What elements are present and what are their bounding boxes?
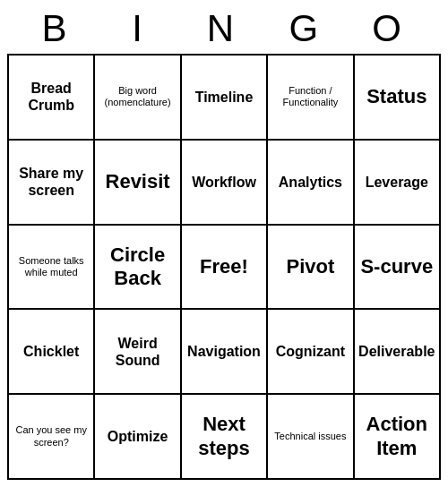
cell-r2-c1: Circle Back: [95, 226, 181, 311]
bingo-grid: Bread CrumbBig word (nomenclature)Timeli…: [7, 54, 441, 480]
cell-r4-c3: Technical issues: [268, 395, 354, 480]
cell-r0-c1: Big word (nomenclature): [95, 56, 181, 141]
cell-r0-c4: Status: [355, 56, 441, 141]
title-letter: N: [183, 7, 266, 50]
cell-r2-c2: Free!: [182, 226, 268, 311]
cell-r1-c1: Revisit: [95, 141, 181, 226]
cell-r1-c2: Workflow: [182, 141, 268, 226]
cell-r3-c2: Navigation: [182, 310, 268, 395]
cell-r2-c0: Someone talks while muted: [9, 226, 95, 311]
cell-r0-c2: Timeline: [182, 56, 268, 141]
title-letter: O: [349, 7, 432, 50]
cell-r0-c0: Bread Crumb: [9, 56, 95, 141]
cell-r4-c0: Can you see my screen?: [9, 395, 95, 480]
title-letter: G: [265, 7, 349, 50]
cell-r1-c3: Analytics: [268, 141, 354, 226]
cell-r4-c2: Next steps: [182, 395, 268, 480]
cell-r3-c4: Deliverable: [355, 310, 441, 395]
title-letter: I: [99, 7, 183, 50]
cell-r3-c1: Weird Sound: [95, 310, 181, 395]
cell-r3-c0: Chicklet: [9, 310, 95, 395]
bingo-title: BINGO: [7, 7, 441, 50]
cell-r2-c4: S-curve: [355, 226, 441, 311]
cell-r0-c3: Function / Functionality: [268, 56, 354, 141]
title-letter: B: [16, 7, 99, 50]
cell-r3-c3: Cognizant: [268, 310, 354, 395]
cell-r2-c3: Pivot: [268, 226, 354, 311]
cell-r1-c4: Leverage: [355, 141, 441, 226]
cell-r1-c0: Share my screen: [9, 141, 95, 226]
cell-r4-c1: Optimize: [95, 395, 181, 480]
cell-r4-c4: Action Item: [355, 395, 441, 480]
